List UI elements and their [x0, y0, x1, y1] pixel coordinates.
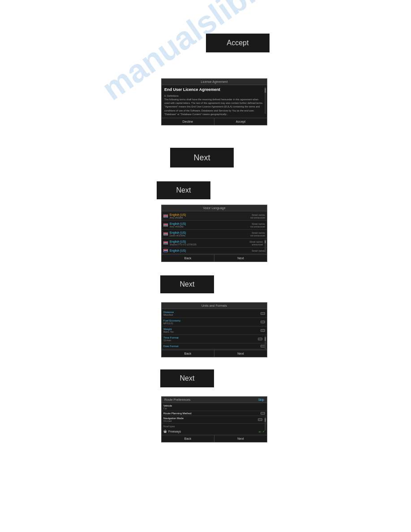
route-back-button[interactable]: Back [162, 435, 214, 442]
route-planning: Route Planning Method [162, 411, 267, 416]
next-button-4[interactable]: Next [160, 369, 214, 387]
voice-item-4[interactable]: English (US) Sharon(TTS V7) v27/9/155 St… [162, 239, 267, 248]
unit-weight: Weight Metric Ton [162, 326, 267, 335]
flag-icon-3 [163, 232, 168, 236]
voice-version-1: Amy v4/3288 [170, 216, 248, 219]
nav-mode-toggle[interactable] [258, 418, 262, 421]
voice-version-2: Amy v4/3/283 [170, 225, 248, 228]
voice-back-button[interactable]: Back [162, 255, 214, 262]
units-back-button[interactable]: Back [162, 350, 214, 357]
route-footer: Back Next [162, 435, 267, 442]
route-next-button[interactable]: Next [214, 435, 267, 442]
license-accept-button[interactable]: Accept [214, 118, 267, 125]
route-title-bar: Route Preferences Skip [162, 397, 267, 403]
units-next-button[interactable]: Next [214, 350, 267, 357]
fuel-value: MPG(US) [163, 322, 180, 325]
vehicle-value: Car [163, 407, 265, 410]
license-body: 0. Definitions The following terms shall… [164, 94, 263, 116]
flag-icon-4 [163, 241, 168, 245]
unit-distance: Distance Miles/feet [162, 309, 267, 318]
license-heading: End User Licence Agreement [164, 87, 263, 93]
route-skip[interactable]: Skip [258, 398, 264, 401]
voice-name-2: English (US) [170, 222, 248, 225]
fuel-toggle[interactable] [261, 321, 265, 323]
voice-version-3: Dave v4/3/354a [170, 234, 248, 237]
license-title: License Agreement [162, 79, 267, 85]
date-label: Date Format [163, 345, 178, 348]
freeways-label: Freeways [168, 430, 257, 433]
units-footer: Back Next [162, 350, 267, 357]
route-nav-mode: Navigation Mode On-road [162, 416, 267, 424]
next-button-3[interactable]: Next [160, 275, 214, 293]
voice-next-button[interactable]: Next [214, 255, 267, 262]
units-screen: Units and Formats Distance Miles/feet [161, 302, 267, 358]
route-planning-label: Route Planning Method [163, 412, 192, 415]
voice-street-5: Street names [252, 249, 265, 252]
time-toggle[interactable] [258, 338, 262, 340]
voice-item-3[interactable]: English (US) Dave v4/3/354a Street names… [162, 230, 267, 239]
flag-icon-2 [163, 223, 168, 227]
unit-fuel: Fuel Economy MPG(US) [162, 318, 267, 326]
road-icon: 🛣 [163, 429, 167, 433]
voice-item-1[interactable]: English (US) Amy v4/3288 Street namesnot… [162, 212, 267, 221]
voice-item-2[interactable]: English (US) Amy v4/3/283 Street namesno… [162, 221, 267, 230]
voice-name-4: English (US) [170, 240, 248, 243]
weight-toggle[interactable] [261, 329, 265, 332]
unit-time: Time Format 12-hour [162, 335, 267, 343]
units-title: Units and Formats [162, 303, 267, 309]
next-button-2-section: Next [157, 181, 210, 199]
unit-date: Date Format [162, 343, 267, 349]
flag-icon-5 [163, 249, 168, 252]
next-button-2[interactable]: Next [157, 181, 210, 199]
watermark: manualslib.com [0, 0, 411, 45]
weight-value: Metric Ton [163, 330, 174, 333]
route-screen: Route Preferences Skip Vehicle Car Route… [161, 396, 267, 443]
flag-icon-1 [163, 215, 168, 218]
accept-button[interactable]: Accept [206, 34, 270, 52]
next-button-3-section: Next [160, 275, 214, 293]
voice-title: Voice Language [162, 205, 267, 211]
route-vehicle: Vehicle Car [162, 403, 267, 411]
route-title: Route Preferences [164, 398, 190, 401]
decline-button[interactable]: Decline [162, 118, 214, 125]
distance-value: Miles/feet [163, 313, 174, 316]
voice-street-4: Street namesannounced [249, 240, 265, 246]
voice-street-2: Street namesnot announced [250, 223, 265, 228]
nav-mode-value: On-road [163, 420, 184, 422]
next-button-1-section: Next [170, 148, 234, 167]
voice-name-1: English (US) [170, 213, 248, 216]
voice-item-5[interactable]: English (US) Street names [162, 248, 267, 254]
freeways-row: 🛣 Freeways on ✓ [162, 429, 267, 434]
next-button-1[interactable]: Next [170, 148, 234, 167]
distance-toggle[interactable] [261, 312, 265, 315]
time-value: 12-hour [163, 339, 179, 342]
voice-name-5: English (US) [170, 249, 250, 252]
next-button-4-section: Next [160, 369, 214, 387]
license-footer: Decline Accept [162, 118, 267, 125]
voice-street-1: Street namesnot announced [250, 214, 265, 219]
road-types-row: Road types [162, 424, 267, 429]
license-screen: License Agreement End User Licence Agree… [161, 78, 267, 126]
accept-section: Accept [206, 34, 270, 52]
voice-name-3: English (US) [170, 231, 248, 234]
road-types-label: Road types [163, 425, 175, 428]
voice-footer: Back Next [162, 254, 267, 262]
freeways-on: on [258, 430, 261, 433]
voice-version-4: Sharon(TTS V7) v27/9/155 [170, 243, 248, 246]
voice-street-3: Street namesnot announced [250, 232, 265, 237]
route-planning-toggle[interactable] [261, 412, 265, 415]
voice-screen: Voice Language English (US) Amy v4/3288 … [161, 205, 267, 263]
